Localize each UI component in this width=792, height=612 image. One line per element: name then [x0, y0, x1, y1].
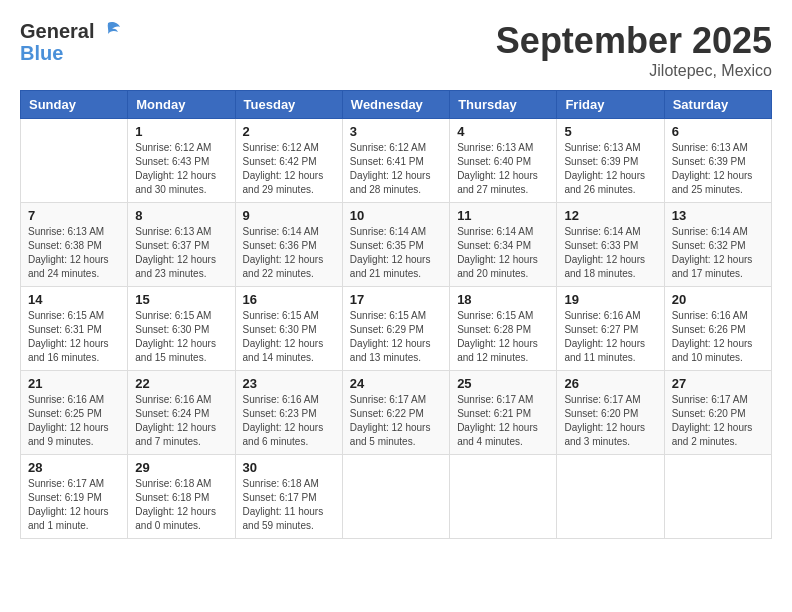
- day-info: Sunrise: 6:15 AM Sunset: 6:28 PM Dayligh…: [457, 309, 549, 365]
- calendar-cell: 5Sunrise: 6:13 AM Sunset: 6:39 PM Daylig…: [557, 119, 664, 203]
- calendar-cell: [450, 455, 557, 539]
- calendar-cell: 4Sunrise: 6:13 AM Sunset: 6:40 PM Daylig…: [450, 119, 557, 203]
- calendar-cell: [342, 455, 449, 539]
- day-info: Sunrise: 6:13 AM Sunset: 6:39 PM Dayligh…: [672, 141, 764, 197]
- day-info: Sunrise: 6:17 AM Sunset: 6:19 PM Dayligh…: [28, 477, 120, 533]
- calendar-cell: 7Sunrise: 6:13 AM Sunset: 6:38 PM Daylig…: [21, 203, 128, 287]
- day-number: 16: [243, 292, 335, 307]
- day-info: Sunrise: 6:13 AM Sunset: 6:38 PM Dayligh…: [28, 225, 120, 281]
- calendar-week-row: 28Sunrise: 6:17 AM Sunset: 6:19 PM Dayli…: [21, 455, 772, 539]
- calendar-cell: 18Sunrise: 6:15 AM Sunset: 6:28 PM Dayli…: [450, 287, 557, 371]
- calendar-cell: 26Sunrise: 6:17 AM Sunset: 6:20 PM Dayli…: [557, 371, 664, 455]
- day-number: 24: [350, 376, 442, 391]
- weekday-header-wednesday: Wednesday: [342, 91, 449, 119]
- day-info: Sunrise: 6:17 AM Sunset: 6:20 PM Dayligh…: [564, 393, 656, 449]
- day-number: 17: [350, 292, 442, 307]
- day-info: Sunrise: 6:15 AM Sunset: 6:29 PM Dayligh…: [350, 309, 442, 365]
- day-number: 11: [457, 208, 549, 223]
- day-info: Sunrise: 6:13 AM Sunset: 6:39 PM Dayligh…: [564, 141, 656, 197]
- calendar-cell: 22Sunrise: 6:16 AM Sunset: 6:24 PM Dayli…: [128, 371, 235, 455]
- calendar-cell: 21Sunrise: 6:16 AM Sunset: 6:25 PM Dayli…: [21, 371, 128, 455]
- day-info: Sunrise: 6:17 AM Sunset: 6:20 PM Dayligh…: [672, 393, 764, 449]
- day-info: Sunrise: 6:16 AM Sunset: 6:25 PM Dayligh…: [28, 393, 120, 449]
- day-number: 1: [135, 124, 227, 139]
- day-info: Sunrise: 6:15 AM Sunset: 6:30 PM Dayligh…: [135, 309, 227, 365]
- day-number: 15: [135, 292, 227, 307]
- calendar-cell: 11Sunrise: 6:14 AM Sunset: 6:34 PM Dayli…: [450, 203, 557, 287]
- calendar-cell: 28Sunrise: 6:17 AM Sunset: 6:19 PM Dayli…: [21, 455, 128, 539]
- calendar-cell: 2Sunrise: 6:12 AM Sunset: 6:42 PM Daylig…: [235, 119, 342, 203]
- day-number: 18: [457, 292, 549, 307]
- weekday-header-saturday: Saturday: [664, 91, 771, 119]
- day-number: 13: [672, 208, 764, 223]
- page-header: GeneralBlue September 2025 Jilotepec, Me…: [20, 20, 772, 80]
- day-info: Sunrise: 6:14 AM Sunset: 6:32 PM Dayligh…: [672, 225, 764, 281]
- day-info: Sunrise: 6:18 AM Sunset: 6:17 PM Dayligh…: [243, 477, 335, 533]
- day-info: Sunrise: 6:13 AM Sunset: 6:40 PM Dayligh…: [457, 141, 549, 197]
- day-info: Sunrise: 6:13 AM Sunset: 6:37 PM Dayligh…: [135, 225, 227, 281]
- weekday-header-tuesday: Tuesday: [235, 91, 342, 119]
- day-number: 21: [28, 376, 120, 391]
- day-number: 2: [243, 124, 335, 139]
- calendar-week-row: 7Sunrise: 6:13 AM Sunset: 6:38 PM Daylig…: [21, 203, 772, 287]
- month-title: September 2025: [496, 20, 772, 62]
- calendar-cell: 16Sunrise: 6:15 AM Sunset: 6:30 PM Dayli…: [235, 287, 342, 371]
- day-number: 28: [28, 460, 120, 475]
- day-number: 29: [135, 460, 227, 475]
- day-info: Sunrise: 6:16 AM Sunset: 6:26 PM Dayligh…: [672, 309, 764, 365]
- weekday-header-row: SundayMondayTuesdayWednesdayThursdayFrid…: [21, 91, 772, 119]
- day-number: 25: [457, 376, 549, 391]
- calendar-cell: 3Sunrise: 6:12 AM Sunset: 6:41 PM Daylig…: [342, 119, 449, 203]
- day-number: 23: [243, 376, 335, 391]
- day-number: 12: [564, 208, 656, 223]
- logo-bird-icon: [94, 20, 122, 42]
- day-number: 20: [672, 292, 764, 307]
- calendar-cell: 27Sunrise: 6:17 AM Sunset: 6:20 PM Dayli…: [664, 371, 771, 455]
- day-info: Sunrise: 6:17 AM Sunset: 6:21 PM Dayligh…: [457, 393, 549, 449]
- day-info: Sunrise: 6:17 AM Sunset: 6:22 PM Dayligh…: [350, 393, 442, 449]
- calendar-week-row: 14Sunrise: 6:15 AM Sunset: 6:31 PM Dayli…: [21, 287, 772, 371]
- calendar-cell: 29Sunrise: 6:18 AM Sunset: 6:18 PM Dayli…: [128, 455, 235, 539]
- day-info: Sunrise: 6:15 AM Sunset: 6:30 PM Dayligh…: [243, 309, 335, 365]
- location-title: Jilotepec, Mexico: [496, 62, 772, 80]
- day-info: Sunrise: 6:12 AM Sunset: 6:42 PM Dayligh…: [243, 141, 335, 197]
- calendar-cell: 20Sunrise: 6:16 AM Sunset: 6:26 PM Dayli…: [664, 287, 771, 371]
- day-info: Sunrise: 6:14 AM Sunset: 6:33 PM Dayligh…: [564, 225, 656, 281]
- day-number: 6: [672, 124, 764, 139]
- calendar-cell: 10Sunrise: 6:14 AM Sunset: 6:35 PM Dayli…: [342, 203, 449, 287]
- day-number: 4: [457, 124, 549, 139]
- calendar-cell: 24Sunrise: 6:17 AM Sunset: 6:22 PM Dayli…: [342, 371, 449, 455]
- calendar-cell: [557, 455, 664, 539]
- day-info: Sunrise: 6:14 AM Sunset: 6:34 PM Dayligh…: [457, 225, 549, 281]
- logo: GeneralBlue: [20, 20, 122, 64]
- day-number: 7: [28, 208, 120, 223]
- calendar-cell: [664, 455, 771, 539]
- calendar-cell: 23Sunrise: 6:16 AM Sunset: 6:23 PM Dayli…: [235, 371, 342, 455]
- weekday-header-monday: Monday: [128, 91, 235, 119]
- logo-general-text: General: [20, 20, 94, 42]
- calendar-cell: [21, 119, 128, 203]
- day-number: 19: [564, 292, 656, 307]
- day-info: Sunrise: 6:15 AM Sunset: 6:31 PM Dayligh…: [28, 309, 120, 365]
- calendar-cell: 9Sunrise: 6:14 AM Sunset: 6:36 PM Daylig…: [235, 203, 342, 287]
- weekday-header-thursday: Thursday: [450, 91, 557, 119]
- weekday-header-sunday: Sunday: [21, 91, 128, 119]
- calendar-cell: 1Sunrise: 6:12 AM Sunset: 6:43 PM Daylig…: [128, 119, 235, 203]
- calendar-cell: 8Sunrise: 6:13 AM Sunset: 6:37 PM Daylig…: [128, 203, 235, 287]
- day-number: 30: [243, 460, 335, 475]
- calendar-cell: 12Sunrise: 6:14 AM Sunset: 6:33 PM Dayli…: [557, 203, 664, 287]
- day-info: Sunrise: 6:12 AM Sunset: 6:41 PM Dayligh…: [350, 141, 442, 197]
- day-number: 26: [564, 376, 656, 391]
- day-info: Sunrise: 6:16 AM Sunset: 6:27 PM Dayligh…: [564, 309, 656, 365]
- day-info: Sunrise: 6:14 AM Sunset: 6:36 PM Dayligh…: [243, 225, 335, 281]
- day-info: Sunrise: 6:16 AM Sunset: 6:23 PM Dayligh…: [243, 393, 335, 449]
- day-info: Sunrise: 6:12 AM Sunset: 6:43 PM Dayligh…: [135, 141, 227, 197]
- day-number: 3: [350, 124, 442, 139]
- day-number: 5: [564, 124, 656, 139]
- day-number: 10: [350, 208, 442, 223]
- calendar-week-row: 1Sunrise: 6:12 AM Sunset: 6:43 PM Daylig…: [21, 119, 772, 203]
- day-number: 14: [28, 292, 120, 307]
- calendar-week-row: 21Sunrise: 6:16 AM Sunset: 6:25 PM Dayli…: [21, 371, 772, 455]
- calendar-cell: 19Sunrise: 6:16 AM Sunset: 6:27 PM Dayli…: [557, 287, 664, 371]
- day-info: Sunrise: 6:18 AM Sunset: 6:18 PM Dayligh…: [135, 477, 227, 533]
